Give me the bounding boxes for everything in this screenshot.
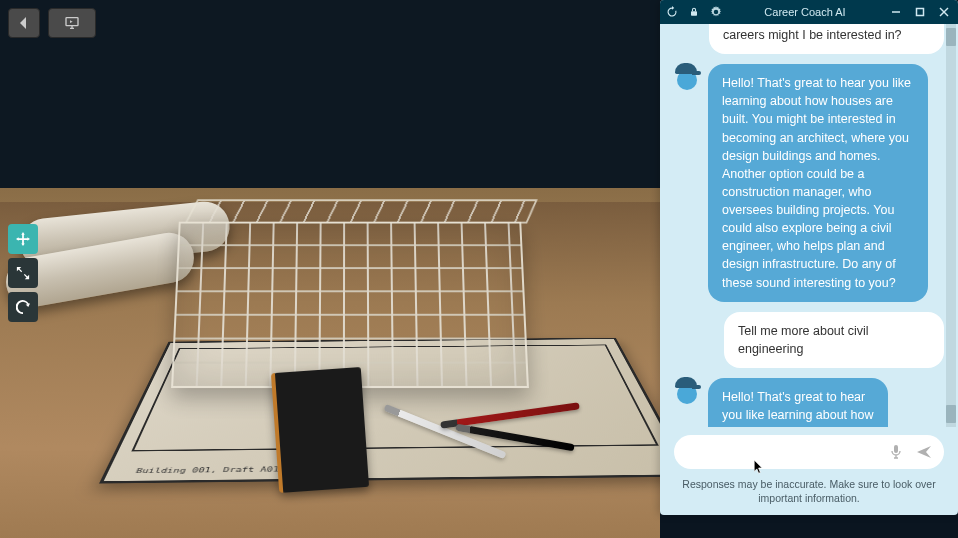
refresh-icon: [666, 6, 678, 18]
refresh-button[interactable]: [666, 6, 678, 18]
scrollbar-thumb-bottom[interactable]: [946, 405, 956, 423]
move-tool[interactable]: [8, 224, 38, 254]
user-message-row: Tell me more about civil engineering: [674, 312, 944, 368]
microphone-icon: [888, 444, 904, 460]
building-wireframe-model[interactable]: [171, 222, 529, 388]
lock-reset-icon: [688, 6, 700, 18]
chat-input-bar: [674, 435, 944, 469]
scrollbar-thumb-top[interactable]: [946, 28, 956, 46]
chat-disclaimer: Responses may be inaccurate. Make sure t…: [660, 475, 958, 515]
back-button[interactable]: [8, 8, 40, 38]
present-button[interactable]: [48, 8, 96, 38]
scrollbar-track[interactable]: [946, 24, 956, 427]
top-controls: [8, 8, 96, 38]
close-icon: [939, 7, 949, 17]
expand-tool[interactable]: [8, 258, 38, 288]
ai-message-row-2: Hello! That's great to hear you like lea…: [674, 378, 944, 427]
expand-icon: [16, 266, 30, 280]
rotate-tool[interactable]: [8, 292, 38, 322]
svg-rect-3: [917, 9, 924, 16]
mic-button[interactable]: [886, 442, 906, 462]
settings-button[interactable]: [710, 6, 722, 18]
gear-icon: [710, 6, 722, 18]
rotate-icon: [16, 300, 30, 314]
chat-panel: Career Coach AI careers might I be inter…: [660, 0, 958, 515]
chat-text-input[interactable]: [690, 445, 878, 459]
maximize-icon: [915, 7, 925, 17]
reset-button[interactable]: [688, 6, 700, 18]
user-message-partial: careers might I be interested in?: [709, 24, 944, 54]
ai-avatar: [674, 378, 700, 404]
ai-message-bubble: Hello! That's great to hear you like lea…: [708, 64, 928, 302]
notebook: [271, 367, 369, 493]
viewport-3d[interactable]: Building 001, Draft A01: [0, 0, 660, 538]
user-message-bubble: Tell me more about civil engineering: [724, 312, 944, 368]
minimize-button[interactable]: [888, 4, 904, 20]
back-arrow-icon: [16, 15, 32, 31]
send-icon: [916, 444, 932, 460]
close-button[interactable]: [936, 4, 952, 20]
chat-input-container: [660, 427, 958, 475]
chat-message-area[interactable]: careers might I be interested in? Hello!…: [660, 24, 958, 427]
blueprint-title-label: Building 001, Draft A01: [135, 466, 280, 475]
move-icon: [16, 232, 30, 246]
chat-window-title: Career Coach AI: [722, 6, 888, 18]
minimize-icon: [891, 7, 901, 17]
send-button[interactable]: [914, 442, 934, 462]
svg-rect-1: [691, 11, 697, 16]
ai-message-row: Hello! That's great to hear you like lea…: [674, 64, 944, 302]
left-toolbar: [8, 224, 38, 322]
ai-message-bubble-2: Hello! That's great to hear you like lea…: [708, 378, 888, 427]
maximize-button[interactable]: [912, 4, 928, 20]
ai-avatar: [674, 64, 700, 90]
svg-rect-6: [894, 445, 898, 453]
monitor-icon: [64, 15, 80, 31]
chat-titlebar[interactable]: Career Coach AI: [660, 0, 958, 24]
